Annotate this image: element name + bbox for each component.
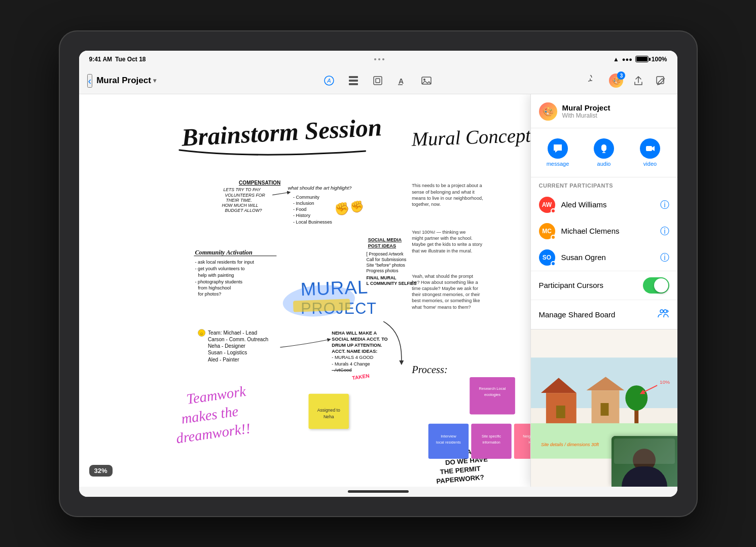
- panel-project-subtitle: With Muralist: [562, 112, 610, 119]
- svg-text:what 'home' means to them?: what 'home' means to them?: [411, 304, 471, 309]
- status-bar: 9:41 AM Tue Oct 18 ▲ ●●● 100%: [79, 51, 677, 68]
- image-tool-icon[interactable]: [418, 72, 435, 89]
- svg-point-115: [660, 310, 663, 313]
- thumbnail-area: 10% Site details / dimensions 30ft: [531, 329, 677, 487]
- svg-text:VOLUNTEERS FOR: VOLUNTEERS FOR: [225, 192, 265, 197]
- battery-percent: 100%: [652, 56, 667, 63]
- participant-name-michael: Michael Clemens: [561, 227, 654, 235]
- participant-info-aled[interactable]: ⓘ: [660, 199, 669, 211]
- dot3: [382, 58, 384, 60]
- svg-text:might partner with the school.: might partner with the school.: [412, 236, 473, 241]
- panel-project-avatar: 🎨: [539, 102, 557, 121]
- svg-text:✊: ✊: [334, 201, 350, 216]
- svg-text:L COMMUNITY SELFIES: L COMMUNITY SELFIES: [366, 280, 416, 285]
- svg-text:Process:: Process:: [411, 363, 447, 375]
- ipad-device: 9:41 AM Tue Oct 18 ▲ ●●● 100% ‹: [59, 30, 698, 517]
- compose-icon[interactable]: [653, 72, 669, 89]
- cursor-dot-aled: [551, 208, 556, 213]
- participant-row-michael: MC Michael Clemens ⓘ: [531, 218, 677, 244]
- participant-initials-aled: AW: [542, 201, 552, 208]
- dot2: [378, 58, 380, 60]
- dots-menu: [374, 58, 384, 60]
- svg-text:TAKEN: TAKEN: [351, 373, 369, 381]
- svg-text:A: A: [399, 77, 404, 85]
- project-name-label: Mural Project: [96, 76, 151, 86]
- participant-avatar-michael: MC: [539, 223, 555, 239]
- back-button[interactable]: ‹: [87, 74, 93, 88]
- participant-info-michael[interactable]: ⓘ: [660, 225, 669, 237]
- manage-shared-board-label: Manage Shared Board: [539, 310, 657, 319]
- svg-text:information: information: [482, 441, 500, 445]
- svg-point-127: [625, 385, 647, 411]
- svg-text:Teamwork: Teamwork: [185, 383, 247, 407]
- svg-text:Neha: Neha: [323, 414, 334, 419]
- svg-text:This needs to be a project abo: This needs to be a project about a: [412, 183, 482, 188]
- participant-name-aled: Aled Williams: [561, 200, 654, 209]
- svg-text:A: A: [327, 78, 331, 84]
- participant-cursors-toggle-row: Participant Cursors: [531, 271, 677, 300]
- svg-marker-114: [652, 146, 655, 151]
- ipad-screen: 9:41 AM Tue Oct 18 ▲ ●●● 100% ‹: [79, 51, 677, 497]
- manage-shared-board-row[interactable]: Manage Shared Board: [531, 300, 677, 329]
- video-call-thumbnail: [611, 436, 677, 487]
- panel-header: 🎨 Mural Project With Muralist: [531, 94, 677, 128]
- svg-text:their strongest memories, or t: their strongest memories, or their: [412, 292, 480, 297]
- svg-text:from highschool: from highschool: [198, 285, 231, 290]
- svg-rect-125: [600, 403, 608, 416]
- svg-text:- ask local residents for inpu: - ask local residents for input: [195, 260, 254, 265]
- participant-info-susan[interactable]: ⓘ: [660, 251, 669, 264]
- history-icon[interactable]: [586, 72, 602, 89]
- svg-text:LETS TRY TO PAY: LETS TRY TO PAY: [223, 187, 261, 192]
- video-icon: [640, 138, 660, 159]
- status-left: 9:41 AM Tue Oct 18: [89, 56, 146, 63]
- svg-text:ACCT. NAME IDEAS:: ACCT. NAME IDEAS:: [332, 349, 377, 354]
- svg-point-10: [423, 79, 425, 81]
- chevron-down-icon: ▾: [153, 77, 156, 84]
- audio-action-button[interactable]: audio: [581, 134, 627, 171]
- svg-text:Carson - Comm. Outreach: Carson - Comm. Outreach: [207, 336, 268, 342]
- collaborator-count: 3: [617, 71, 625, 80]
- share-button-icon[interactable]: [630, 72, 646, 89]
- svg-text:help with painting: help with painting: [198, 272, 234, 277]
- toggle-thumb: [654, 278, 668, 293]
- svg-text:that we illustrate in the mura: that we illustrate in the mural.: [412, 248, 472, 253]
- svg-text:time capsule? Maybe we ask for: time capsule? Maybe we ask for: [412, 285, 478, 290]
- svg-text:✊: ✊: [349, 200, 364, 213]
- grid-icon[interactable]: [345, 72, 362, 89]
- participant-cursors-toggle[interactable]: [643, 277, 669, 294]
- svg-text:what should the art highlight?: what should the art highlight?: [287, 185, 351, 191]
- layers-icon[interactable]: [370, 72, 386, 89]
- svg-text:- photography students: - photography students: [195, 279, 242, 284]
- svg-text:NEHA WILL MAKE A: NEHA WILL MAKE A: [332, 330, 377, 335]
- status-right: ▲ ●●● 100%: [613, 56, 667, 63]
- manage-shared-board-icon: [657, 307, 669, 322]
- panel-actions: message audio video: [531, 128, 677, 177]
- date-display: Tue Oct 18: [115, 56, 146, 63]
- text-tool-icon[interactable]: A: [394, 72, 410, 89]
- participant-avatar-aled: AW: [539, 197, 555, 213]
- svg-text:THEIR TIME.: THEIR TIME.: [226, 197, 251, 202]
- collaborators-icon[interactable]: 🎨 3: [608, 72, 624, 89]
- video-action-button[interactable]: video: [627, 134, 673, 171]
- svg-text:Neha - Designer: Neha - Designer: [207, 343, 245, 349]
- svg-text:- History: - History: [293, 213, 310, 218]
- svg-text:BUDGET ALLOW?: BUDGET ALLOW?: [225, 208, 262, 213]
- svg-text:Research Local: Research Local: [479, 386, 506, 390]
- message-action-button[interactable]: message: [535, 134, 581, 171]
- svg-text:Call for Submissions: Call for Submissions: [366, 257, 406, 262]
- project-title[interactable]: Mural Project ▾: [96, 76, 156, 86]
- svg-text:Susan - Logistics: Susan - Logistics: [207, 350, 246, 355]
- video-label: video: [643, 161, 657, 167]
- svg-text:Brainstorm Session: Brainstorm Session: [180, 113, 382, 152]
- svg-text:local residents: local residents: [436, 440, 461, 445]
- svg-text:- MURALS 4 GOOD: - MURALS 4 GOOD: [332, 355, 373, 360]
- svg-text:HOW MUCH WILL: HOW MUCH WILL: [222, 203, 258, 208]
- cursor-dot-michael: [551, 235, 556, 240]
- svg-rect-4: [349, 83, 358, 85]
- svg-text:Site details / dimensions 30ft: Site details / dimensions 30ft: [541, 442, 598, 447]
- participant-cursors-label: Participant Cursors: [539, 281, 643, 289]
- svg-text:- Inclusion: - Inclusion: [293, 200, 314, 205]
- annotate-icon[interactable]: A: [321, 72, 337, 89]
- svg-text:be? How about something like a: be? How about something like a: [412, 279, 478, 284]
- svg-text:Assigned to: Assigned to: [317, 408, 340, 413]
